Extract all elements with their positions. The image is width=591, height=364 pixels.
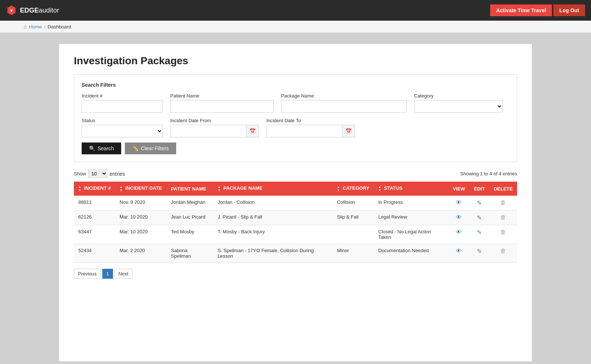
category-filter-group: Category Collision Slip & Fall Minor xyxy=(414,93,503,113)
entries-per-page-select[interactable]: 10 25 50 100 xyxy=(88,169,107,178)
edit-icon[interactable]: ✎ xyxy=(474,248,485,255)
delete-icon[interactable]: 🗑 xyxy=(494,199,513,206)
clear-filters-button[interactable]: ✏️ Clear Filters xyxy=(125,142,176,154)
cell-patient: Sabrina Spellman xyxy=(167,244,213,263)
search-button[interactable]: 🔍 Search xyxy=(82,142,121,154)
delete-icon[interactable]: 🗑 xyxy=(494,214,513,221)
cell-category xyxy=(332,225,374,244)
col-package-name[interactable]: ▲▼ PACKAGE NAME xyxy=(213,182,332,196)
delete-icon[interactable]: 🗑 xyxy=(494,229,513,236)
cell-package: Jordan - Collision xyxy=(213,196,332,210)
incident-input[interactable] xyxy=(82,100,163,113)
date-to-input[interactable] xyxy=(266,125,342,137)
col-delete: DELETE xyxy=(489,182,517,196)
previous-page-button[interactable]: Previous xyxy=(74,269,101,279)
brand-logo: ▼ EDGEauditor xyxy=(6,5,59,16)
edit-icon[interactable]: ✎ xyxy=(474,199,485,206)
date-from-input[interactable] xyxy=(170,125,246,137)
table-controls: Show 10 25 50 100 entries Showing 1 to 4… xyxy=(74,169,517,178)
cell-date: Nov. 9 2020 xyxy=(115,196,167,210)
patient-label: Patient Name xyxy=(170,93,274,99)
cell-patient: Ted Mosby xyxy=(167,225,213,244)
search-icon: 🔍 xyxy=(89,145,95,151)
page-1-button[interactable]: 1 xyxy=(102,269,113,279)
table-header-row: ▲▼ INCIDENT # ▲▼ INCIDENT DATE PATIENT N… xyxy=(74,182,517,196)
filters-row-2: Status In Progress Legal Review Closed -… xyxy=(82,118,509,137)
col-incident-date[interactable]: ▲▼ INCIDENT DATE xyxy=(115,182,167,196)
category-select[interactable]: Collision Slip & Fall Minor xyxy=(414,100,503,113)
sort-category-icon: ▲▼ xyxy=(337,185,340,192)
cell-incident: 52434 xyxy=(74,244,115,263)
col-category[interactable]: ▲▼ CATEGORY xyxy=(332,182,374,196)
cell-patient: Jordan Meighan xyxy=(167,196,213,210)
cell-package: S. Spellman - 17YO Female, Collision Dur… xyxy=(213,244,332,263)
cell-date: Mar. 2 2020 xyxy=(115,244,167,263)
col-edit: EDIT xyxy=(469,182,489,196)
col-incident[interactable]: ▲▼ INCIDENT # xyxy=(74,182,115,196)
cell-category: Collision xyxy=(332,196,374,210)
navbar-actions: Activate Time Travel Log Out xyxy=(490,4,585,16)
cell-category: Minor xyxy=(332,244,374,263)
status-filter-group: Status In Progress Legal Review Closed -… xyxy=(82,118,163,137)
entries-label: entries xyxy=(110,171,125,177)
cell-delete: 🗑 xyxy=(489,225,517,244)
investigations-table: ▲▼ INCIDENT # ▲▼ INCIDENT DATE PATIENT N… xyxy=(74,182,517,263)
delete-icon[interactable]: 🗑 xyxy=(494,248,513,254)
date-to-filter-group: Incident Date To 📅 xyxy=(266,118,355,137)
table-row: 88811Nov. 9 2020Jordan MeighanJordan - C… xyxy=(74,196,517,210)
cell-incident: 88811 xyxy=(74,196,115,210)
cell-view: 👁 xyxy=(448,225,469,244)
date-from-calendar-button[interactable]: 📅 xyxy=(246,125,259,137)
home-icon: ⌂ xyxy=(24,24,27,30)
next-page-button[interactable]: Next xyxy=(115,269,133,279)
status-select[interactable]: In Progress Legal Review Closed - No Leg… xyxy=(82,125,163,137)
view-icon[interactable]: 👁 xyxy=(453,229,465,236)
cell-patient: Jean Luc Picard xyxy=(167,210,213,225)
activate-time-travel-button[interactable]: Activate Time Travel xyxy=(490,4,552,16)
breadcrumb-home-link[interactable]: Home xyxy=(29,24,42,30)
patient-input[interactable] xyxy=(170,100,274,113)
view-icon[interactable]: 👁 xyxy=(453,214,465,221)
show-label: Show xyxy=(74,171,86,176)
cell-status: Documentation Needed xyxy=(374,244,448,263)
table-showing-info: Showing 1 to 4 of 4 entries xyxy=(460,171,517,176)
package-input[interactable] xyxy=(281,100,407,113)
cell-incident: 63447 xyxy=(74,225,115,244)
col-patient-name[interactable]: PATIENT NAME xyxy=(167,182,213,196)
cell-view: 👁 xyxy=(448,210,469,225)
page-title: Investigation Packages xyxy=(74,55,517,67)
date-from-label: Incident Date From xyxy=(170,118,259,123)
breadcrumb: ⌂ Home / Dashboard xyxy=(0,21,591,33)
cell-package: T. Mosby - Back Injury xyxy=(213,225,332,244)
col-view: VIEW xyxy=(448,182,469,196)
col-status[interactable]: ▲▼ STATUS xyxy=(374,182,448,196)
cell-date: Mar. 10 2020 xyxy=(115,210,167,225)
category-label: Category xyxy=(414,93,503,99)
sort-date-icon: ▲▼ xyxy=(120,185,123,192)
edit-icon[interactable]: ✎ xyxy=(474,214,485,221)
cell-delete: 🗑 xyxy=(489,196,517,210)
sort-status-icon: ▲▼ xyxy=(378,185,381,192)
sort-package-icon: ▲▼ xyxy=(218,185,221,192)
view-icon[interactable]: 👁 xyxy=(453,248,465,254)
brand-name: EDGEauditor xyxy=(20,7,59,14)
cell-delete: 🗑 xyxy=(489,210,517,225)
date-to-label: Incident Date To xyxy=(266,118,355,123)
search-filters-box: Search Filters Incident # Patient Name P… xyxy=(74,74,517,162)
edit-icon[interactable]: ✎ xyxy=(474,229,485,236)
package-filter-group: Package Name xyxy=(281,93,407,113)
status-label: Status xyxy=(82,118,163,123)
logout-button[interactable]: Log Out xyxy=(553,4,585,16)
cell-view: 👁 xyxy=(448,196,469,210)
cell-view: 👁 xyxy=(448,244,469,263)
cell-status: In Progress xyxy=(374,196,448,210)
table-row: 62126Mar. 10 2020Jean Luc PicardJ. Picar… xyxy=(74,210,517,225)
cell-category: Slip & Fall xyxy=(332,210,374,225)
view-icon[interactable]: 👁 xyxy=(453,199,465,206)
patient-filter-group: Patient Name xyxy=(170,93,274,113)
table-row: 63447Mar. 10 2020Ted MosbyT. Mosby - Bac… xyxy=(74,225,517,244)
edge-logo-icon: ▼ xyxy=(6,5,17,16)
svg-text:▼: ▼ xyxy=(9,8,14,13)
breadcrumb-current: Dashboard xyxy=(48,24,71,30)
date-to-calendar-button[interactable]: 📅 xyxy=(342,125,355,137)
